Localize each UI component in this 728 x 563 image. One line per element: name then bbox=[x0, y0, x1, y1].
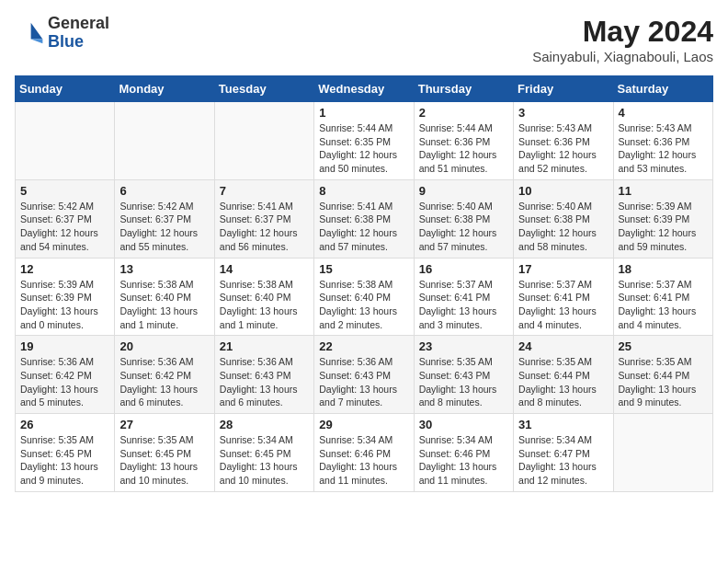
calendar-cell: 16Sunrise: 5:37 AM Sunset: 6:41 PM Dayli… bbox=[414, 258, 513, 336]
calendar-cell: 1Sunrise: 5:44 AM Sunset: 6:35 PM Daylig… bbox=[314, 102, 414, 180]
day-info: Sunrise: 5:36 AM Sunset: 6:42 PM Dayligh… bbox=[20, 355, 109, 409]
day-number: 24 bbox=[518, 339, 608, 353]
calendar-cell: 2Sunrise: 5:44 AM Sunset: 6:36 PM Daylig… bbox=[414, 102, 513, 180]
day-number: 10 bbox=[518, 184, 608, 198]
calendar-cell: 31Sunrise: 5:34 AM Sunset: 6:47 PM Dayli… bbox=[514, 414, 613, 492]
day-number: 14 bbox=[220, 262, 309, 276]
day-info: Sunrise: 5:44 AM Sunset: 6:36 PM Dayligh… bbox=[419, 121, 508, 176]
weekday-header: Thursday bbox=[414, 76, 513, 102]
calendar-cell: 13Sunrise: 5:38 AM Sunset: 6:40 PM Dayli… bbox=[115, 258, 214, 336]
logo-text: General Blue bbox=[48, 15, 109, 52]
calendar-week-row: 5Sunrise: 5:42 AM Sunset: 6:37 PM Daylig… bbox=[16, 179, 713, 258]
logo-general: General bbox=[48, 15, 109, 33]
day-number: 11 bbox=[619, 184, 708, 198]
day-info: Sunrise: 5:35 AM Sunset: 6:45 PM Dayligh… bbox=[119, 433, 209, 488]
calendar-cell: 28Sunrise: 5:34 AM Sunset: 6:45 PM Dayli… bbox=[214, 414, 313, 492]
day-number: 28 bbox=[220, 418, 309, 431]
calendar-cell: 25Sunrise: 5:35 AM Sunset: 6:44 PM Dayli… bbox=[613, 336, 712, 414]
calendar-cell: 11Sunrise: 5:39 AM Sunset: 6:39 PM Dayli… bbox=[613, 179, 712, 258]
calendar-cell bbox=[16, 102, 115, 180]
day-number: 29 bbox=[319, 418, 408, 431]
day-number: 22 bbox=[319, 339, 408, 353]
day-number: 7 bbox=[220, 184, 309, 198]
calendar-cell bbox=[613, 414, 712, 492]
calendar-week-row: 1Sunrise: 5:44 AM Sunset: 6:35 PM Daylig… bbox=[16, 102, 713, 180]
day-info: Sunrise: 5:37 AM Sunset: 6:41 PM Dayligh… bbox=[518, 278, 608, 332]
day-number: 26 bbox=[20, 418, 109, 431]
day-number: 31 bbox=[518, 418, 608, 431]
day-number: 16 bbox=[419, 262, 508, 276]
calendar-cell: 7Sunrise: 5:41 AM Sunset: 6:37 PM Daylig… bbox=[214, 179, 313, 258]
calendar-cell: 21Sunrise: 5:36 AM Sunset: 6:43 PM Dayli… bbox=[214, 336, 313, 414]
day-info: Sunrise: 5:34 AM Sunset: 6:46 PM Dayligh… bbox=[419, 433, 508, 488]
day-number: 4 bbox=[619, 106, 708, 120]
day-info: Sunrise: 5:38 AM Sunset: 6:40 PM Dayligh… bbox=[220, 278, 309, 332]
day-info: Sunrise: 5:36 AM Sunset: 6:43 PM Dayligh… bbox=[220, 355, 309, 409]
calendar-cell: 4Sunrise: 5:43 AM Sunset: 6:36 PM Daylig… bbox=[613, 102, 712, 180]
day-info: Sunrise: 5:42 AM Sunset: 6:37 PM Dayligh… bbox=[20, 200, 109, 254]
day-number: 27 bbox=[119, 418, 209, 431]
weekday-header: Wednesday bbox=[314, 76, 414, 102]
day-number: 1 bbox=[319, 106, 408, 120]
day-number: 20 bbox=[119, 339, 209, 353]
location: Sainyabuli, Xiagnabouli, Laos bbox=[532, 49, 713, 64]
day-info: Sunrise: 5:34 AM Sunset: 6:47 PM Dayligh… bbox=[518, 433, 608, 488]
calendar-cell: 22Sunrise: 5:36 AM Sunset: 6:43 PM Dayli… bbox=[314, 336, 414, 414]
calendar-week-row: 19Sunrise: 5:36 AM Sunset: 6:42 PM Dayli… bbox=[16, 336, 713, 414]
day-number: 5 bbox=[20, 184, 109, 198]
day-info: Sunrise: 5:35 AM Sunset: 6:45 PM Dayligh… bbox=[20, 433, 109, 488]
day-info: Sunrise: 5:35 AM Sunset: 6:44 PM Dayligh… bbox=[518, 355, 608, 409]
calendar-cell: 12Sunrise: 5:39 AM Sunset: 6:39 PM Dayli… bbox=[16, 258, 115, 336]
day-number: 23 bbox=[419, 339, 508, 353]
svg-marker-0 bbox=[31, 23, 43, 40]
calendar-cell: 30Sunrise: 5:34 AM Sunset: 6:46 PM Dayli… bbox=[414, 414, 513, 492]
calendar-cell: 29Sunrise: 5:34 AM Sunset: 6:46 PM Dayli… bbox=[314, 414, 414, 492]
day-info: Sunrise: 5:40 AM Sunset: 6:38 PM Dayligh… bbox=[518, 200, 608, 254]
calendar-cell: 5Sunrise: 5:42 AM Sunset: 6:37 PM Daylig… bbox=[16, 179, 115, 258]
day-info: Sunrise: 5:35 AM Sunset: 6:43 PM Dayligh… bbox=[419, 355, 508, 409]
calendar-cell: 26Sunrise: 5:35 AM Sunset: 6:45 PM Dayli… bbox=[16, 414, 115, 492]
day-info: Sunrise: 5:34 AM Sunset: 6:46 PM Dayligh… bbox=[319, 433, 408, 488]
day-info: Sunrise: 5:39 AM Sunset: 6:39 PM Dayligh… bbox=[619, 200, 708, 254]
day-info: Sunrise: 5:41 AM Sunset: 6:38 PM Dayligh… bbox=[319, 200, 408, 254]
day-number: 30 bbox=[419, 418, 508, 431]
day-info: Sunrise: 5:38 AM Sunset: 6:40 PM Dayligh… bbox=[319, 278, 408, 332]
weekday-header: Saturday bbox=[613, 76, 712, 102]
calendar-cell: 27Sunrise: 5:35 AM Sunset: 6:45 PM Dayli… bbox=[115, 414, 214, 492]
calendar-cell: 8Sunrise: 5:41 AM Sunset: 6:38 PM Daylig… bbox=[314, 179, 414, 258]
day-number: 8 bbox=[319, 184, 408, 198]
calendar-week-row: 12Sunrise: 5:39 AM Sunset: 6:39 PM Dayli… bbox=[16, 258, 713, 336]
calendar-cell: 17Sunrise: 5:37 AM Sunset: 6:41 PM Dayli… bbox=[514, 258, 613, 336]
day-info: Sunrise: 5:42 AM Sunset: 6:37 PM Dayligh… bbox=[119, 200, 209, 254]
calendar-cell: 23Sunrise: 5:35 AM Sunset: 6:43 PM Dayli… bbox=[414, 336, 513, 414]
day-info: Sunrise: 5:36 AM Sunset: 6:42 PM Dayligh… bbox=[119, 355, 209, 409]
day-number: 2 bbox=[419, 106, 508, 120]
calendar-cell: 9Sunrise: 5:40 AM Sunset: 6:38 PM Daylig… bbox=[414, 179, 513, 258]
day-number: 13 bbox=[119, 262, 209, 276]
calendar-cell: 24Sunrise: 5:35 AM Sunset: 6:44 PM Dayli… bbox=[514, 336, 613, 414]
day-number: 21 bbox=[220, 339, 309, 353]
day-number: 12 bbox=[20, 262, 109, 276]
day-number: 25 bbox=[619, 339, 708, 353]
calendar-cell bbox=[115, 102, 214, 180]
day-info: Sunrise: 5:37 AM Sunset: 6:41 PM Dayligh… bbox=[419, 278, 508, 332]
day-number: 9 bbox=[419, 184, 508, 198]
calendar-cell: 19Sunrise: 5:36 AM Sunset: 6:42 PM Dayli… bbox=[16, 336, 115, 414]
day-info: Sunrise: 5:41 AM Sunset: 6:37 PM Dayligh… bbox=[220, 200, 309, 254]
day-number: 19 bbox=[20, 339, 109, 353]
day-info: Sunrise: 5:37 AM Sunset: 6:41 PM Dayligh… bbox=[619, 278, 708, 332]
calendar-cell bbox=[214, 102, 313, 180]
day-info: Sunrise: 5:38 AM Sunset: 6:40 PM Dayligh… bbox=[119, 278, 209, 332]
day-info: Sunrise: 5:34 AM Sunset: 6:45 PM Dayligh… bbox=[220, 433, 309, 488]
calendar-cell: 18Sunrise: 5:37 AM Sunset: 6:41 PM Dayli… bbox=[613, 258, 712, 336]
logo: General Blue bbox=[15, 15, 109, 52]
day-number: 17 bbox=[518, 262, 608, 276]
month-year: May 2024 bbox=[532, 15, 713, 49]
weekday-header: Friday bbox=[514, 76, 613, 102]
calendar-table: SundayMondayTuesdayWednesdayThursdayFrid… bbox=[15, 75, 713, 492]
day-info: Sunrise: 5:36 AM Sunset: 6:43 PM Dayligh… bbox=[319, 355, 408, 409]
title-block: May 2024 Sainyabuli, Xiagnabouli, Laos bbox=[532, 15, 713, 64]
svg-marker-1 bbox=[31, 39, 43, 43]
logo-blue: Blue bbox=[48, 33, 109, 52]
day-number: 6 bbox=[119, 184, 209, 198]
